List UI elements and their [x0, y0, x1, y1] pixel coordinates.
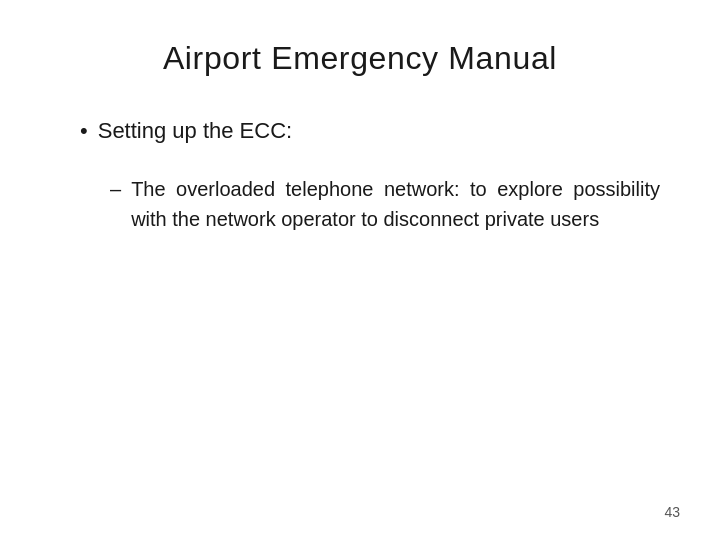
slide-title: Airport Emergency Manual [60, 40, 660, 77]
page-number: 43 [664, 504, 680, 520]
sub-text: The overloaded telephone network: to exp… [131, 174, 660, 234]
bullet-item: • Setting up the ECC: [80, 117, 660, 146]
sub-dash: – [110, 174, 121, 204]
content-area: • Setting up the ECC: – The overloaded t… [60, 117, 660, 234]
bullet-text: Setting up the ECC: [98, 117, 292, 146]
sub-item: – The overloaded telephone network: to e… [80, 174, 660, 234]
bullet-dot: • [80, 117, 88, 146]
slide-container: Airport Emergency Manual • Setting up th… [0, 0, 720, 540]
